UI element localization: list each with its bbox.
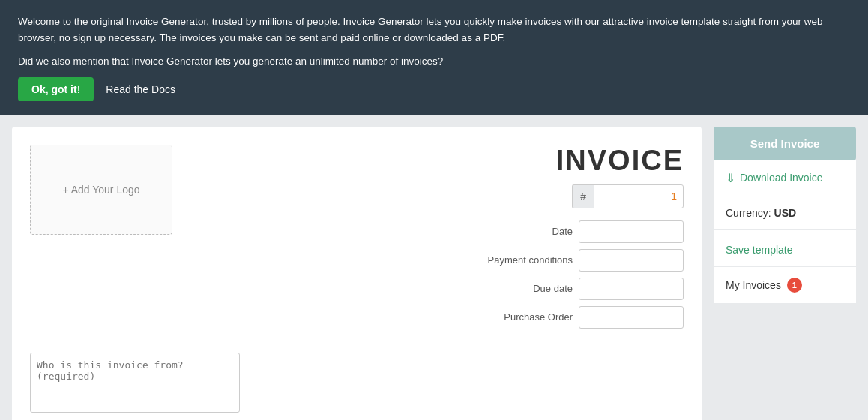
due-date-input[interactable] xyxy=(579,278,684,300)
banner: Welcome to the original Invoice Generato… xyxy=(0,0,868,115)
banner-line1: Welcome to the original Invoice Generato… xyxy=(18,14,850,46)
payment-conditions-label: Payment conditions xyxy=(475,254,573,266)
invoice-card: + Add Your Logo INVOICE # Date Payment c… xyxy=(12,127,702,420)
my-invoices-label: My Invoices xyxy=(726,279,781,291)
logo-placeholder[interactable]: + Add Your Logo xyxy=(30,145,172,235)
invoice-number-input[interactable] xyxy=(594,184,684,208)
my-invoices-item: My Invoices 1 xyxy=(714,267,856,304)
invoice-hash-symbol: # xyxy=(572,184,594,208)
save-template-button[interactable]: Save template xyxy=(726,244,793,256)
from-textarea[interactable] xyxy=(30,352,240,412)
download-invoice-label: Download Invoice xyxy=(740,172,823,184)
purchase-order-input[interactable] xyxy=(579,306,684,328)
invoice-title: INVOICE xyxy=(556,145,684,177)
date-label: Date xyxy=(475,226,573,237)
my-invoices-badge: 1 xyxy=(787,278,802,292)
save-template-item: Save template xyxy=(714,230,856,267)
currency-item: Currency: USD xyxy=(714,196,856,230)
send-invoice-button[interactable]: Send Invoice xyxy=(714,127,856,160)
download-icon: ⇓ xyxy=(726,171,735,185)
currency-value: USD xyxy=(774,207,797,219)
purchase-order-label: Purchase Order xyxy=(475,311,573,322)
banner-line2: Did we also mention that Invoice Generat… xyxy=(18,53,850,70)
payment-conditions-input[interactable] xyxy=(579,249,684,272)
currency-label: Currency: USD xyxy=(726,207,796,219)
sidebar: Send Invoice ⇓ Download Invoice Currency… xyxy=(714,127,856,304)
download-invoice-button[interactable]: ⇓ Download Invoice xyxy=(726,171,823,185)
date-input[interactable] xyxy=(579,220,684,243)
due-date-label: Due date xyxy=(475,283,573,294)
ok-button[interactable]: Ok, got it! xyxy=(18,77,94,101)
download-invoice-item: ⇓ Download Invoice xyxy=(714,160,856,196)
read-docs-link[interactable]: Read the Docs xyxy=(106,81,175,98)
